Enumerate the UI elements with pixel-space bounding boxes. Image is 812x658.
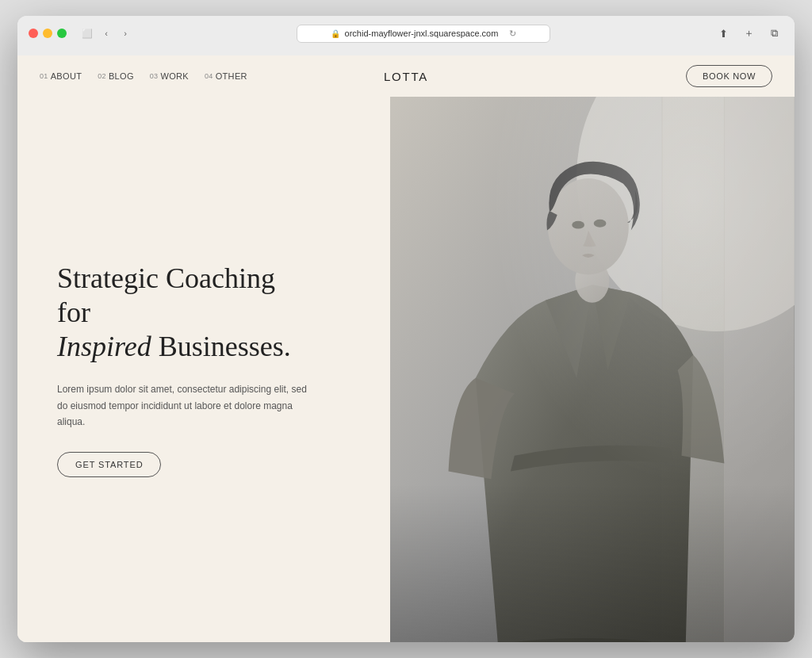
nav-item-blog[interactable]: 02 BLOG [98, 71, 134, 81]
window-controls: ⬜ ‹ › [79, 25, 133, 41]
hero-title-rest: Businesses. [151, 331, 291, 362]
back-button[interactable]: ‹ [98, 25, 114, 41]
browser-tabs [29, 49, 783, 55]
hero-left: Strategic Coaching for Inspired Business… [17, 97, 390, 642]
nav-num-about: 01 [40, 72, 48, 80]
address-bar[interactable]: 🔒 orchid-mayflower-jnxl.squarespace.com … [297, 25, 550, 43]
site-logo[interactable]: LOTTA [384, 70, 428, 83]
new-tab-button[interactable]: ＋ [739, 24, 758, 43]
reload-icon[interactable]: ↻ [509, 29, 516, 39]
hero-content: Strategic Coaching for Inspired Business… [57, 262, 311, 478]
nav-num-work: 03 [150, 72, 159, 80]
hero-description: Lorem ipsum dolor sit amet, consectetur … [57, 381, 311, 430]
tab-overview-button[interactable]: ⧉ [764, 24, 783, 43]
hero-photo-section [390, 97, 795, 642]
traffic-lights [29, 29, 67, 38]
minimize-button[interactable] [43, 29, 52, 38]
hero-title-line1: Strategic Coaching for [57, 262, 275, 328]
hero-section: Strategic Coaching for Inspired Business… [17, 97, 795, 642]
lock-icon: 🔒 [331, 29, 340, 38]
nav-label-blog: BLOG [109, 71, 134, 81]
nav-item-work[interactable]: 03 WORK [150, 71, 189, 81]
nav-item-about[interactable]: 01 ABOUT [40, 71, 82, 81]
nav-num-other: 04 [205, 72, 213, 80]
browser-chrome: ⬜ ‹ › 🔒 orchid-mayflower-jnxl.squarespac… [17, 16, 795, 55]
book-now-button[interactable]: BOOK NOW [686, 65, 772, 87]
close-button[interactable] [29, 29, 38, 38]
hero-title: Strategic Coaching for Inspired Business… [57, 262, 311, 365]
svg-rect-12 [390, 97, 795, 642]
address-bar-container: 🔒 orchid-mayflower-jnxl.squarespace.com … [140, 25, 707, 43]
nav-item-other[interactable]: 04 OTHER [205, 71, 247, 81]
hero-photo-svg [390, 97, 795, 642]
forward-button[interactable]: › [117, 25, 133, 41]
site-nav: 01 ABOUT 02 BLOG 03 WORK 04 OTHER LOTTA … [17, 55, 795, 97]
nav-label-other: OTHER [216, 71, 247, 81]
browser-titlebar: ⬜ ‹ › 🔒 orchid-mayflower-jnxl.squarespac… [29, 24, 783, 43]
share-button[interactable]: ⬆ [714, 24, 733, 43]
maximize-button[interactable] [57, 29, 67, 38]
nav-num-blog: 02 [98, 72, 106, 80]
hero-title-italic: Inspired [57, 331, 151, 362]
nav-label-about: ABOUT [51, 71, 82, 81]
url-text: orchid-mayflower-jnxl.squarespace.com [345, 29, 499, 38]
browser-actions: ⬆ ＋ ⧉ [714, 24, 783, 43]
browser-window: ⬜ ‹ › 🔒 orchid-mayflower-jnxl.squarespac… [17, 16, 795, 642]
nav-label-work: WORK [160, 71, 189, 81]
get-started-button[interactable]: GET STARTED [57, 452, 161, 477]
website: 01 ABOUT 02 BLOG 03 WORK 04 OTHER LOTTA … [17, 55, 795, 642]
nav-links: 01 ABOUT 02 BLOG 03 WORK 04 OTHER [40, 71, 247, 81]
sidebar-toggle-button[interactable]: ⬜ [79, 25, 95, 41]
